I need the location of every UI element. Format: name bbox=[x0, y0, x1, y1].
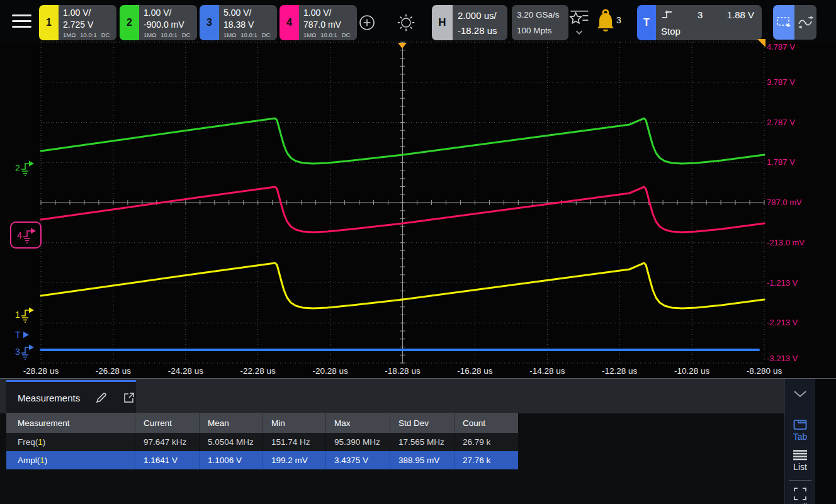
full-view-icon bbox=[793, 487, 807, 501]
time-axis-tick: -26.28 us bbox=[96, 366, 131, 376]
right-axis-tick: -1.213 V bbox=[767, 278, 798, 288]
time-axis-tick: -10.28 us bbox=[674, 366, 709, 376]
trigger-level-icon bbox=[21, 330, 30, 339]
channel-3-ground-marker[interactable]: 3 bbox=[15, 343, 35, 360]
measurements-table: MeasurementCurrentMeanMinMaxStd DevCount… bbox=[6, 413, 518, 469]
full-view-button[interactable]: Full bbox=[785, 487, 815, 504]
ground-symbol-icon bbox=[21, 343, 35, 360]
measurement-value: 97.647 kHz bbox=[135, 433, 200, 451]
measurement-value: 5.0504 MHz bbox=[200, 433, 263, 451]
open-window-icon[interactable] bbox=[123, 391, 135, 404]
column-header: Count bbox=[455, 413, 518, 433]
ground-symbol-icon bbox=[21, 306, 35, 323]
channel-2-ground-marker[interactable]: 2 bbox=[15, 159, 35, 176]
right-axis-tick: 2.787 V bbox=[767, 118, 795, 127]
time-axis-tick: -18.28 us bbox=[385, 366, 420, 376]
column-header: Std Dev bbox=[390, 413, 455, 433]
ground-symbol-icon bbox=[21, 159, 35, 176]
pencil-icon[interactable] bbox=[95, 391, 108, 404]
table-row[interactable]: Freq(1)97.647 kHz5.0504 MHz151.74 Hz95.3… bbox=[6, 433, 518, 451]
list-view-label: List bbox=[793, 462, 807, 472]
measurements-panel: Measurements MeasurementCurrentMeanMinMa… bbox=[0, 378, 836, 504]
column-header: Mean bbox=[200, 413, 263, 433]
right-axis-tick: 787.0 mV bbox=[767, 198, 802, 207]
list-view-button[interactable]: List bbox=[785, 449, 815, 472]
measurements-tab-title: Measurements bbox=[18, 393, 80, 403]
trigger-marker-T[interactable]: T bbox=[15, 330, 30, 339]
tab-view-icon bbox=[793, 419, 807, 430]
time-axis-tick: -8.280 us bbox=[747, 366, 782, 376]
column-header: Max bbox=[326, 413, 390, 433]
time-axis-tick: -20.28 us bbox=[312, 366, 347, 376]
right-axis-tick: -2.213 V bbox=[767, 318, 798, 327]
measurements-tab[interactable]: Measurements bbox=[6, 380, 136, 413]
time-axis-tick: -22.28 us bbox=[240, 366, 276, 376]
measurement-value: 26.79 k bbox=[455, 433, 518, 451]
time-axis-tick: -24.28 us bbox=[168, 366, 203, 376]
right-axis-tick: -3.213 V bbox=[767, 354, 798, 363]
measurement-value: 27.76 k bbox=[455, 451, 518, 469]
measurement-name: Freq(1) bbox=[6, 433, 135, 451]
table-header-row: MeasurementCurrentMeanMinMaxStd DevCount bbox=[6, 413, 518, 433]
time-axis-tick: -16.28 us bbox=[457, 366, 492, 376]
right-axis-tick: -213.0 mV bbox=[767, 238, 805, 247]
measurement-source-channel: 1 bbox=[40, 456, 45, 465]
collapse-panel-button[interactable] bbox=[785, 389, 815, 399]
list-view-icon bbox=[793, 449, 808, 461]
time-axis-tick: -14.28 us bbox=[529, 366, 565, 376]
channel-1-ground-marker[interactable]: 1 bbox=[15, 306, 35, 323]
measurement-source-channel: 1 bbox=[38, 437, 43, 447]
measurement-value: 1.1641 V bbox=[135, 451, 200, 469]
tab-view-button[interactable]: Tab bbox=[785, 419, 815, 442]
measurement-value: 199.2 mV bbox=[263, 451, 326, 469]
measurement-value: 1.1006 V bbox=[200, 451, 263, 469]
measurement-value: 151.74 Hz bbox=[263, 433, 326, 451]
trigger-level-marker[interactable] bbox=[757, 39, 765, 47]
measurement-value: 388.95 mV bbox=[390, 451, 455, 469]
channel-4-ground-marker[interactable]: 4 bbox=[10, 221, 42, 249]
panel-view-toolbar: Tab List Full bbox=[784, 379, 815, 504]
right-axis-tick: 1.787 V bbox=[767, 157, 795, 167]
tab-view-label: Tab bbox=[793, 432, 808, 442]
right-axis-tick: 3.787 V bbox=[767, 77, 795, 87]
measurement-value: 3.4375 V bbox=[326, 451, 390, 469]
column-header: Min bbox=[263, 413, 326, 433]
right-axis-tick: 4.787 V bbox=[767, 42, 795, 52]
chevron-down-icon bbox=[792, 389, 808, 399]
table-row[interactable]: Ampl(1)1.1641 V1.1006 V199.2 mV3.4375 V3… bbox=[6, 451, 518, 469]
column-header: Current bbox=[135, 413, 200, 433]
oscilloscope-screen: 1 1.00 V/ 2.725 V 1MΩ 10.0:1 DC 2 1.00 V… bbox=[0, 0, 836, 504]
panel-tab-bar: Measurements bbox=[0, 379, 784, 413]
trigger-time-marker[interactable] bbox=[398, 43, 407, 48]
graticule bbox=[0, 0, 836, 378]
measurement-value: 17.565 MHz bbox=[390, 433, 455, 451]
ground-symbol-icon bbox=[23, 227, 37, 244]
column-header: Measurement bbox=[6, 413, 135, 433]
time-axis-tick: -28.28 us bbox=[23, 366, 59, 376]
measurement-name: Ampl(1) bbox=[6, 451, 135, 469]
time-axis-tick: -12.28 us bbox=[602, 366, 637, 376]
measurement-value: 95.390 MHz bbox=[326, 433, 390, 451]
